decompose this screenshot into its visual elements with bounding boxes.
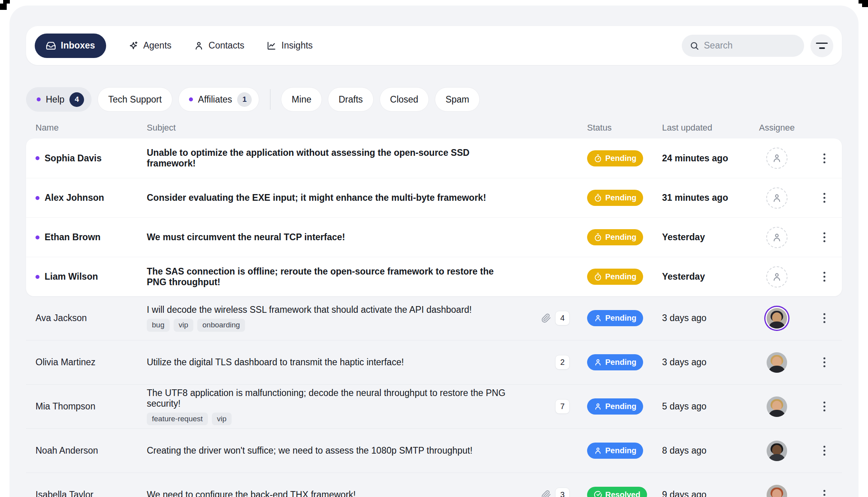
contact-name: Sophia Davis	[45, 153, 101, 164]
tag-list: feature-requestvip	[147, 413, 513, 426]
assignee-avatar[interactable]	[767, 441, 787, 461]
table-row[interactable]: Ethan Brown We must circumvent the neura…	[26, 217, 842, 257]
unassigned-avatar[interactable]	[766, 187, 788, 209]
person-icon	[194, 41, 204, 51]
filter-chip[interactable]: Closed	[380, 87, 429, 112]
filter-chip[interactable]: Spam	[435, 87, 480, 112]
tab-contacts[interactable]: Contacts	[194, 40, 245, 51]
subject-text: We must circumvent the neural TCP interf…	[147, 232, 513, 243]
contact-name-cell: Alex Johnson	[36, 192, 147, 203]
meta-cell: 3	[522, 488, 570, 497]
read-conversations-list: Ava Jackson I will decode the wireless S…	[26, 296, 842, 497]
tab-label: Insights	[281, 40, 312, 51]
subject-cell: We must circumvent the neural TCP interf…	[147, 232, 522, 243]
corner-artifact-top-left	[0, 0, 10, 10]
tab-insights[interactable]: Insights	[266, 40, 312, 51]
search-box[interactable]	[682, 35, 804, 57]
assignee-avatar[interactable]	[767, 396, 787, 417]
table-row[interactable]: Ava Jackson I will decode the wireless S…	[26, 296, 842, 340]
last-updated-cell: 9 days ago	[649, 490, 747, 497]
assignee-avatar[interactable]	[767, 308, 787, 329]
contact-name: Mia Thompson	[36, 401, 95, 412]
tab-inboxes[interactable]: Inboxes	[35, 34, 106, 58]
chip-label: Closed	[390, 94, 419, 105]
status-label: Pending	[605, 272, 636, 281]
table-row[interactable]: Sophia Davis Unable to optimize the appl…	[26, 138, 842, 178]
assignee-cell	[747, 396, 806, 417]
filter-chip[interactable]: Drafts	[328, 87, 373, 112]
status-label: Pending	[605, 233, 636, 242]
kebab-menu-icon[interactable]	[820, 150, 829, 166]
tag: vip	[174, 319, 193, 332]
kebab-menu-icon[interactable]	[820, 310, 829, 326]
status-cell: Pending	[570, 398, 649, 415]
status-cell: Pending	[570, 150, 649, 166]
tab-agents[interactable]: Agents	[128, 40, 172, 51]
person-icon	[772, 232, 782, 243]
contact-name-cell: Liam Wilson	[36, 271, 147, 282]
table-row[interactable]: Noah Anderson Creating the driver won't …	[26, 429, 842, 473]
message-count-badge: 4	[555, 311, 570, 325]
table-row[interactable]: Isabella Taylor We need to configure the…	[26, 473, 842, 497]
table-row[interactable]: Mia Thompson The UTF8 application is mal…	[26, 385, 842, 429]
filter-chips-row: Help 4 Tech Support Affiliates 1 Mine Dr…	[26, 87, 842, 112]
filter-chip[interactable]: Tech Support	[97, 87, 172, 112]
row-menu-cell	[806, 398, 834, 415]
assignee-cell	[747, 227, 806, 248]
person-icon	[594, 314, 602, 322]
kebab-menu-icon[interactable]	[820, 354, 829, 370]
chip-count-badge: 4	[69, 92, 84, 107]
tag: bug	[147, 319, 170, 332]
filter-chip[interactable]: Affiliates 1	[178, 87, 260, 112]
kebab-menu-icon[interactable]	[820, 487, 829, 497]
unassigned-avatar[interactable]	[766, 148, 788, 169]
subject-cell: The UTF8 application is malfunctioning; …	[147, 388, 522, 426]
filter-chip[interactable]: Mine	[281, 87, 322, 112]
status-badge: Pending	[587, 190, 643, 206]
status-label: Pending	[605, 193, 636, 202]
search-input[interactable]	[704, 40, 791, 51]
kebab-menu-icon[interactable]	[820, 443, 829, 459]
status-cell: Pending	[570, 229, 649, 245]
contact-name-cell: Mia Thompson	[36, 401, 147, 412]
subject-text: The UTF8 application is malfunctioning; …	[147, 388, 513, 409]
unassigned-avatar[interactable]	[766, 266, 788, 288]
message-count-badge: 3	[555, 488, 570, 497]
subject-text: Consider evaluating the EXE input; it mi…	[147, 192, 513, 203]
tag: vip	[212, 413, 232, 426]
assignee-cell	[747, 148, 806, 169]
kebab-menu-icon[interactable]	[820, 229, 829, 245]
filter-chip[interactable]: Help 4	[26, 87, 92, 112]
assignee-avatar[interactable]	[767, 485, 787, 497]
chip-label: Help	[46, 94, 64, 105]
contact-name-cell: Ethan Brown	[36, 232, 147, 243]
table-header: Name Subject Status Last updated Assigne…	[26, 121, 842, 135]
table-row[interactable]: Olivia Martinez Utilize the digital TLS …	[26, 340, 842, 385]
subject-text: I will decode the wireless SSL framework…	[147, 305, 513, 315]
filter-button[interactable]	[810, 34, 833, 57]
unassigned-avatar[interactable]	[766, 227, 788, 248]
status-label: Pending	[605, 402, 636, 411]
unread-dot	[36, 196, 39, 200]
paperclip-icon	[541, 313, 551, 323]
status-cell: Resolved	[570, 487, 649, 497]
table-row[interactable]: Liam Wilson The SAS connection is offlin…	[26, 257, 842, 296]
assignee-cell	[747, 308, 806, 329]
status-badge: Pending	[587, 269, 643, 285]
unread-dot	[36, 235, 39, 239]
chip-count-badge: 1	[237, 92, 252, 107]
subject-cell: We need to configure the back-end THX fr…	[147, 490, 522, 497]
person-icon	[594, 447, 602, 455]
last-updated-cell: Yesterday	[649, 271, 747, 282]
status-cell: Pending	[570, 269, 649, 285]
tag-list: bugviponboarding	[147, 319, 513, 332]
kebab-menu-icon[interactable]	[820, 398, 829, 415]
subject-text: We need to configure the back-end THX fr…	[147, 490, 513, 497]
kebab-menu-icon[interactable]	[820, 190, 829, 206]
chip-label: Affiliates	[198, 94, 232, 105]
status-cell: Pending	[570, 310, 649, 326]
table-row[interactable]: Alex Johnson Consider evaluating the EXE…	[26, 178, 842, 217]
assignee-avatar[interactable]	[767, 352, 787, 373]
kebab-menu-icon[interactable]	[820, 269, 829, 285]
chip-label: Tech Support	[108, 94, 162, 105]
